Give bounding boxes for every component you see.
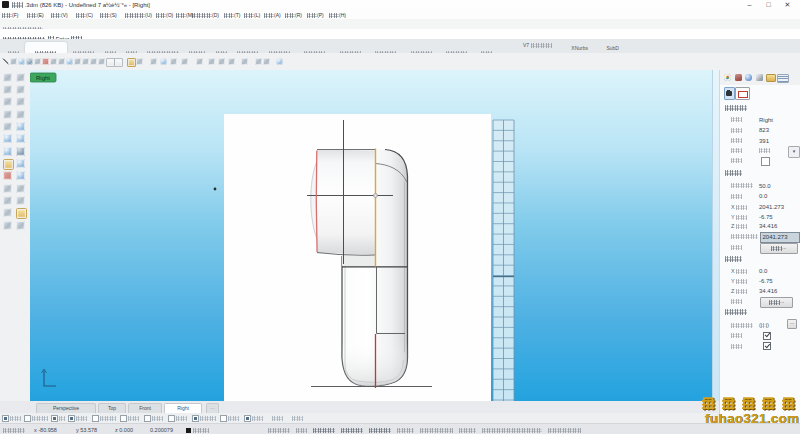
svg-text:fuhao321.com: fuhao321.com [705, 411, 799, 426]
svg-text:Right: Right [36, 75, 50, 81]
